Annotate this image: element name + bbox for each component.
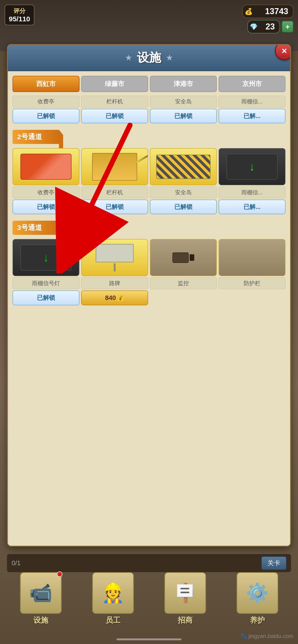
gem-row: 23 + xyxy=(247,20,293,34)
gem-display: 23 xyxy=(247,20,280,34)
barrier-arm xyxy=(136,148,148,163)
business-icon: 🪧 xyxy=(174,582,197,604)
staff-icon: 👷 xyxy=(101,582,125,604)
money-row: 13743 xyxy=(242,5,293,18)
ch2-unlock-2[interactable]: 已解锁 xyxy=(150,200,217,214)
camera-icon xyxy=(172,252,194,263)
facilities-notification-dot xyxy=(57,572,63,577)
top-hud: 评分 95/110 13743 23 + xyxy=(5,5,293,34)
ch3-name-3: 防护栏 xyxy=(219,278,285,289)
ch1-facility-0-name: 收费亭 xyxy=(13,96,79,107)
channel3-action-row: 已解锁 840 💰 xyxy=(13,290,285,305)
ch1-unlock-2[interactable]: 已解锁 xyxy=(150,109,217,123)
nav-business-icon-box: 🪧 xyxy=(164,572,206,614)
nav-maintenance-label: 养护 xyxy=(250,615,265,626)
ch2-item-2[interactable] xyxy=(150,148,217,185)
ch3-item-2[interactable] xyxy=(150,239,217,276)
ch3-item-0[interactable]: ↓ xyxy=(13,239,79,276)
progress-label: 0/1 xyxy=(12,560,21,567)
nav-maintenance-icon-box: ⚙️ xyxy=(236,572,278,614)
header-star-left: ★ xyxy=(125,53,132,62)
money-display: 13743 xyxy=(242,5,293,18)
ch2-unlock-0[interactable]: 已解锁 xyxy=(13,200,79,214)
barrier-icon xyxy=(92,153,137,180)
channel3-names-row: 雨棚信号灯 路牌 监控 防护栏 xyxy=(13,278,285,289)
ch3-item-3[interactable] xyxy=(219,239,285,276)
ch2-unlock-1[interactable]: 已解锁 xyxy=(81,200,148,214)
channel1-names-row: 收费亭 栏杆机 安全岛 雨棚信... xyxy=(13,96,285,107)
channel1-unlock-row: 已解锁 已解锁 已解锁 已解... xyxy=(13,109,285,123)
nav-staff-label: 员工 xyxy=(106,615,120,626)
money-icon: 💰 xyxy=(117,294,124,302)
header-star-right: ★ xyxy=(166,53,173,62)
city-tab-jingzhou[interactable]: 京州市 xyxy=(219,76,285,92)
safety-island-icon xyxy=(156,154,211,179)
dialog-header: ★ 设施 ★ × xyxy=(8,45,290,71)
score-label: 评分 xyxy=(14,7,26,15)
ch3-name-2: 监控 xyxy=(150,278,217,289)
baidu-watermark: 🐾 jingyan.baidu.com xyxy=(240,633,293,639)
camera-lens xyxy=(190,254,194,261)
bottom-nav: 📹 设施 👷 员工 🪧 招商 ⚙️ 养护 xyxy=(0,572,298,626)
ch2-item-1[interactable] xyxy=(81,148,148,185)
ch3-action-1[interactable]: 840 💰 xyxy=(81,290,148,305)
nav-maintenance[interactable]: ⚙️ 养护 xyxy=(234,572,280,626)
facilities-dialog: ★ 设施 ★ × 西虹市 绿藤市 津港市 京州市 收费亭 栏杆机 安全岛 雨棚 xyxy=(7,44,291,547)
signal-down-arrow: ↓ xyxy=(249,160,255,173)
city-tab-jingang[interactable]: 津港市 xyxy=(150,76,217,92)
channel2-section: ↓ 收费亭 栏杆机 安全岛 雨棚信... 已解锁 已解锁 已解锁 已解... xyxy=(13,148,285,214)
ch3-action-3-empty xyxy=(219,290,285,305)
nav-facilities[interactable]: 📹 设施 xyxy=(18,572,64,626)
score-value: 95/110 xyxy=(9,15,30,23)
channel2-header: 2号通道 xyxy=(13,130,59,144)
channel2-items-row: ↓ xyxy=(13,148,285,185)
channel2-header-wrapper: 2号通道 xyxy=(13,127,285,146)
close-level-button[interactable]: 关卡 xyxy=(261,556,286,570)
ch2-item-0[interactable] xyxy=(13,148,79,185)
baidu-paw-icon: 🐾 xyxy=(240,633,247,639)
maintenance-icon: ⚙️ xyxy=(246,582,269,604)
nav-staff-icon-box: 👷 xyxy=(92,572,134,614)
dialog-title: 设施 xyxy=(137,50,161,66)
ch2-name-3: 雨棚信... xyxy=(219,186,285,198)
channel3-header-wrapper: 3号通道 xyxy=(13,218,285,237)
ch1-facility-2-name: 安全岛 xyxy=(150,96,217,107)
nav-business-label: 招商 xyxy=(178,615,193,626)
facilities-dialog-overlay: ★ 设施 ★ × 西虹市 绿藤市 津港市 京州市 收费亭 栏杆机 安全岛 雨棚 xyxy=(7,44,291,547)
city-tabs: 西虹市 绿藤市 津港市 京州市 xyxy=(13,76,285,92)
home-indicator xyxy=(117,638,181,640)
toll-booth-icon xyxy=(21,154,72,180)
ch1-facility-3-name: 雨棚信... xyxy=(219,96,285,107)
city-tab-lvteng[interactable]: 绿藤市 xyxy=(81,76,148,92)
ch3-action-2-empty xyxy=(150,290,217,305)
ch1-facility-1-name: 栏杆机 xyxy=(81,96,148,107)
ch2-unlock-3[interactable]: 已解... xyxy=(219,200,285,214)
channel2-unlock-row: 已解锁 已解锁 已解锁 已解... xyxy=(13,200,285,214)
ch1-unlock-3[interactable]: 已解... xyxy=(219,109,285,123)
city-tab-xihong[interactable]: 西虹市 xyxy=(13,76,79,92)
signal-light-icon: ↓ xyxy=(21,244,72,270)
ch3-name-0: 雨棚信号灯 xyxy=(13,278,79,289)
camera-body xyxy=(172,252,189,263)
sign-board xyxy=(96,244,134,263)
ch3-name-1: 路牌 xyxy=(81,278,148,289)
baidu-url: jingyan.baidu.com xyxy=(248,633,293,639)
currency-panel: 13743 23 + xyxy=(242,5,293,34)
add-gems-button[interactable]: + xyxy=(282,21,293,32)
ch2-item-3[interactable]: ↓ xyxy=(219,148,285,185)
ch3-action-0[interactable]: 已解锁 xyxy=(13,290,79,305)
channel3-section: ↓ xyxy=(13,239,285,305)
nav-staff[interactable]: 👷 员工 xyxy=(90,572,136,626)
score-box: 评分 95/110 xyxy=(5,5,34,25)
nav-business[interactable]: 🪧 招商 xyxy=(162,572,208,626)
channel3-header: 3号通道 xyxy=(13,221,59,235)
ch3-item-1[interactable] xyxy=(81,239,148,276)
nav-facilities-icon-box: 📹 xyxy=(20,572,62,614)
ch1-unlock-0[interactable]: 已解锁 xyxy=(13,109,79,123)
channel1-section: 收费亭 栏杆机 安全岛 雨棚信... 已解锁 已解锁 已解锁 已解... xyxy=(13,96,285,123)
close-button[interactable]: × xyxy=(275,44,291,60)
price-840-label: 840 xyxy=(105,294,116,302)
facilities-icon: 📹 xyxy=(29,582,53,604)
dialog-body[interactable]: 西虹市 绿藤市 津港市 京州市 收费亭 栏杆机 安全岛 雨棚信... 已解锁 已… xyxy=(8,71,290,546)
ch1-unlock-1[interactable]: 已解锁 xyxy=(81,109,148,123)
